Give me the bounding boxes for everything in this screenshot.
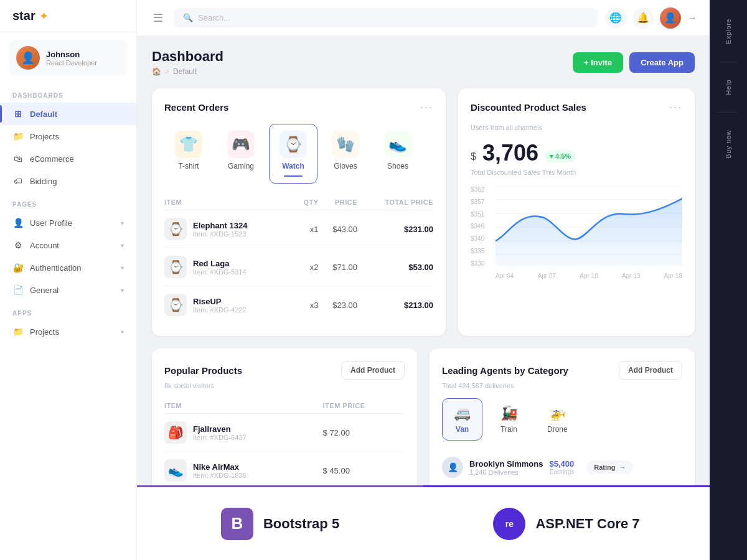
breadcrumb-current: Default bbox=[173, 67, 197, 76]
add-product-button[interactable]: Add Product bbox=[341, 361, 405, 380]
agent-rating-button[interactable]: Rating → bbox=[586, 460, 633, 474]
orders-table: ITEM QTY PRICE TOTAL PRICE ⌚ Elephant 13… bbox=[164, 195, 433, 324]
leading-agents-subtitle: Total 424,567 deliveries bbox=[442, 382, 682, 390]
section-pages: PAGES bbox=[0, 192, 136, 212]
item-total: $213.00 bbox=[357, 286, 433, 324]
page-title-area: Dashboard 🏠 > Default bbox=[152, 49, 223, 76]
user-name: Johnson bbox=[46, 50, 97, 59]
promo-bootstrap[interactable]: B Bootstrap 5 bbox=[137, 485, 423, 560]
cat-tab-train[interactable]: 🚂 Train bbox=[489, 398, 529, 441]
tab-watch[interactable]: ⌚ Watch bbox=[269, 124, 317, 184]
chevron-down-icon: ▾ bbox=[121, 264, 124, 271]
drone-icon: 🚁 bbox=[549, 405, 566, 421]
sidebar-item-apps-projects[interactable]: 📁 Projects ▾ bbox=[0, 320, 136, 343]
create-app-button[interactable]: Create App bbox=[629, 52, 695, 73]
tab-shoes[interactable]: 👟 Shoes bbox=[374, 124, 422, 184]
bootstrap-title: Bootstrap 5 bbox=[263, 516, 339, 532]
sidebar-item-ecommerce[interactable]: 🛍 eCommerce bbox=[0, 147, 136, 170]
x-label-2: Apr 07 bbox=[538, 273, 556, 279]
sidebar-item-user-profile[interactable]: 👤 User Profile ▾ bbox=[0, 212, 136, 234]
y-label-4: $346 bbox=[471, 223, 484, 230]
item-name: RiseUP bbox=[193, 297, 247, 306]
item-image: ⌚ bbox=[164, 218, 187, 240]
add-product-button-2[interactable]: Add Product bbox=[619, 361, 682, 380]
sales-badge: ▾ 4.5% bbox=[545, 151, 576, 162]
sidebar-item-general[interactable]: 📄 General ▾ bbox=[0, 279, 136, 301]
explore-button[interactable]: Explore bbox=[720, 10, 737, 53]
product-price: $ 72.00 bbox=[323, 414, 405, 452]
chevron-down-icon: ▾ bbox=[121, 242, 124, 249]
sidebar-item-ecommerce-label: eCommerce bbox=[30, 154, 74, 164]
apps-folder-icon: 📁 bbox=[12, 326, 24, 337]
item-qty: x2 bbox=[295, 248, 319, 286]
item-total: $53.00 bbox=[357, 248, 433, 286]
item-name: Elephant 1324 bbox=[193, 221, 247, 230]
sidebar-item-projects-label: Projects bbox=[30, 132, 59, 141]
topbar-arrow-icon[interactable]: → bbox=[687, 12, 697, 24]
agent-deliveries: 1,240 Deliveries bbox=[469, 469, 543, 476]
agent-earnings: $5,400 bbox=[549, 459, 574, 469]
agent-info: Brooklyn Simmons 1,240 Deliveries bbox=[469, 459, 543, 476]
discounted-sales-header: Discounted Product Sales ··· bbox=[471, 101, 682, 114]
tab-gloves-label: Gloves bbox=[334, 162, 357, 170]
dollar-sign: $ bbox=[471, 148, 476, 166]
tab-tshirt[interactable]: 👕 T-shirt bbox=[164, 124, 213, 184]
item-details: Elephant 1324 Item: #XDG-1523 bbox=[193, 221, 247, 238]
discounted-sales-menu[interactable]: ··· bbox=[669, 101, 682, 114]
cat-tab-drone[interactable]: 🚁 Drone bbox=[535, 398, 580, 441]
sidebar-user[interactable]: 👤 Johnson React Developer bbox=[9, 40, 128, 76]
lock-icon: 🔐 bbox=[12, 262, 24, 273]
collapse-button[interactable]: ☰ bbox=[149, 9, 167, 27]
item-cell: ⌚ Elephant 1324 Item: #XDG-1523 bbox=[164, 218, 295, 240]
tab-tshirt-label: T-shirt bbox=[178, 162, 199, 170]
tab-gaming[interactable]: 🎮 Gaming bbox=[217, 124, 265, 184]
main-content: ☰ 🔍 Search... 🌐 🔔 👤 → Dashboard 🏠 > Defa… bbox=[137, 0, 710, 560]
notification-icon[interactable]: 🌐 bbox=[605, 7, 626, 29]
agent-earnings-label: Earnings bbox=[549, 469, 574, 475]
topbar-avatar[interactable]: 👤 bbox=[660, 7, 681, 29]
invite-button[interactable]: + Invite bbox=[573, 52, 623, 73]
help-button[interactable]: Help bbox=[720, 71, 737, 104]
right-panel: Explore Help Buy now bbox=[710, 0, 747, 560]
sidebar-item-account-label: Account bbox=[30, 241, 59, 250]
item-sku: Item: #XDG-4222 bbox=[193, 306, 247, 314]
col-price: PRICE bbox=[319, 195, 357, 210]
tab-watch-label: Watch bbox=[282, 162, 304, 170]
sidebar-logo: star ✦ bbox=[0, 0, 136, 32]
sidebar-item-authentication[interactable]: 🔐 Authentication ▾ bbox=[0, 256, 136, 279]
sidebar-item-bidding[interactable]: 🏷 Bidding bbox=[0, 170, 136, 192]
product-details: Fjallraven Item: #XDG-6437 bbox=[193, 424, 247, 441]
search-icon: 🔍 bbox=[183, 13, 193, 22]
shop-icon: 🛍 bbox=[12, 153, 24, 164]
sidebar-item-projects[interactable]: 📁 Projects bbox=[0, 125, 136, 147]
user-icon: 👤 bbox=[12, 217, 24, 228]
chevron-down-icon: ▾ bbox=[121, 220, 124, 226]
y-label-7: $330 bbox=[471, 260, 484, 267]
tab-shoes-label: Shoes bbox=[387, 162, 408, 170]
recent-orders-menu[interactable]: ··· bbox=[420, 101, 433, 114]
bell-icon[interactable]: 🔔 bbox=[632, 7, 654, 29]
logo-star-icon: ✦ bbox=[39, 9, 49, 23]
table-row: ⌚ Elephant 1324 Item: #XDG-1523 x1 $43.0… bbox=[164, 210, 433, 248]
discounted-sales-title: Discounted Product Sales bbox=[471, 102, 586, 113]
sidebar-item-user-profile-label: User Profile bbox=[30, 218, 72, 228]
table-row: ⌚ RiseUP Item: #XDG-4222 x3 $23.00 $213.… bbox=[164, 286, 433, 324]
logo-text: star bbox=[12, 9, 35, 23]
promo-asp[interactable]: re ASP.NET Core 7 bbox=[423, 485, 710, 560]
panel-divider-1 bbox=[719, 62, 738, 62]
cat-tab-van[interactable]: 🚐 Van bbox=[442, 398, 482, 441]
tab-gloves[interactable]: 🧤 Gloves bbox=[321, 124, 370, 184]
search-box[interactable]: 🔍 Search... bbox=[174, 8, 598, 27]
item-details: RiseUP Item: #XDG-4222 bbox=[193, 297, 247, 314]
buy-now-button[interactable]: Buy now bbox=[720, 121, 737, 167]
user-info: Johnson React Developer bbox=[46, 50, 97, 67]
sidebar-item-default[interactable]: ⊞ Default bbox=[0, 103, 136, 125]
sidebar-item-account[interactable]: ⚙ Account ▾ bbox=[0, 234, 136, 256]
chevron-down-icon: ▾ bbox=[121, 329, 124, 335]
train-icon: 🚂 bbox=[500, 405, 517, 421]
item-qty: x3 bbox=[295, 286, 319, 324]
section-apps: APPS bbox=[0, 301, 136, 320]
agent-name: Brooklyn Simmons bbox=[469, 459, 543, 469]
item-image: ⌚ bbox=[164, 256, 187, 278]
gaming-icon: 🎮 bbox=[227, 131, 255, 158]
